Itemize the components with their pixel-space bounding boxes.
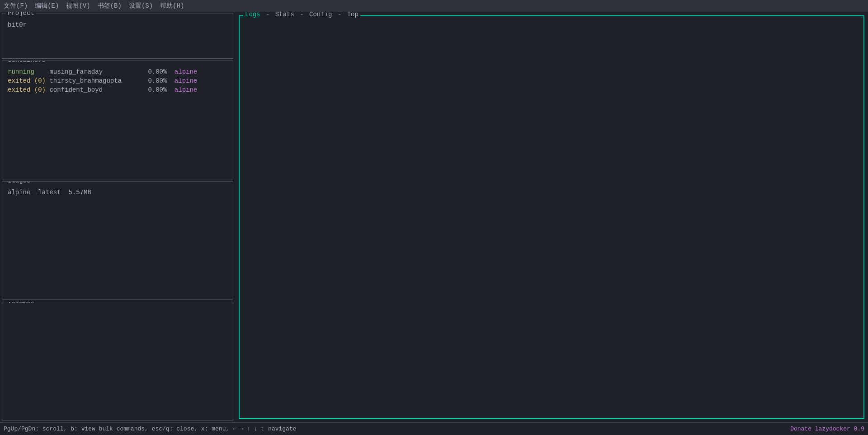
container-row-2[interactable]: exited (0) thirsty_brahmagupta 0.00% alp… <box>8 77 227 84</box>
container-image-1: alpine <box>170 68 197 75</box>
right-panel: Logs - Stats - Config - Top <box>235 12 868 422</box>
menu-file[interactable]: 文件(F) <box>4 2 28 10</box>
right-main-box: Logs - Stats - Config - Top <box>239 15 864 419</box>
container-name-2: thirsty_brahmagupta <box>49 77 140 84</box>
container-image-2: alpine <box>170 77 197 84</box>
images-panel: Images alpine latest 5.57MB <box>2 181 233 300</box>
container-status-running: running <box>8 68 49 75</box>
project-name: bit0r <box>8 21 227 28</box>
tab-top[interactable]: Top <box>347 12 359 18</box>
main-layout: Project bit0r Containers running musing_… <box>0 12 868 422</box>
containers-title: Containers <box>6 61 47 64</box>
images-title: Images <box>6 181 32 184</box>
tab-sep-2: - <box>300 12 307 18</box>
menu-help[interactable]: 帮助(H) <box>160 2 184 10</box>
container-cpu-3: 0.00% <box>140 86 167 94</box>
tabs-bar: Logs - Stats - Config - Top <box>243 12 360 18</box>
container-name-3: confident_boyd <box>49 86 140 94</box>
statusbar: PgUp/PgDn: scroll, b: view bulk commands… <box>0 422 868 435</box>
project-title: Project <box>6 12 36 17</box>
statusbar-shortcuts: PgUp/PgDn: scroll, b: view bulk commands… <box>4 426 297 432</box>
volumes-title: Volumes <box>6 302 36 305</box>
tab-logs[interactable]: Logs <box>245 12 260 18</box>
menu-view[interactable]: 视图(V) <box>66 2 90 10</box>
project-panel: Project bit0r <box>2 14 233 59</box>
container-cpu-2: 0.00% <box>140 77 167 84</box>
menu-bookmarks[interactable]: 书签(B) <box>98 2 122 10</box>
left-panel: Project bit0r Containers running musing_… <box>0 12 235 422</box>
containers-panel: Containers running musing_faraday 0.00% … <box>2 61 233 179</box>
menu-edit[interactable]: 编辑(E) <box>35 2 59 10</box>
menu-settings[interactable]: 设置(S) <box>129 2 153 10</box>
image-row-1[interactable]: alpine latest 5.57MB <box>8 189 227 196</box>
container-row-3[interactable]: exited (0) confident_boyd 0.00% alpine <box>8 86 227 94</box>
container-status-exited-2: exited (0) <box>8 86 49 94</box>
container-image-3: alpine <box>170 86 197 94</box>
tab-config[interactable]: Config <box>309 12 332 18</box>
volumes-panel: Volumes <box>2 302 233 421</box>
container-name-1: musing_faraday <box>49 68 140 75</box>
container-row-1[interactable]: running musing_faraday 0.00% alpine <box>8 68 227 75</box>
tab-stats[interactable]: Stats <box>275 12 294 18</box>
tab-sep-1: - <box>266 12 274 18</box>
container-cpu-1: 0.00% <box>140 68 167 75</box>
tab-sep-3: - <box>338 12 345 18</box>
statusbar-version: Donate lazydocker 0.9 <box>790 426 864 432</box>
menubar: 文件(F) 编辑(E) 视图(V) 书签(B) 设置(S) 帮助(H) <box>0 0 868 12</box>
container-status-exited-1: exited (0) <box>8 77 49 84</box>
